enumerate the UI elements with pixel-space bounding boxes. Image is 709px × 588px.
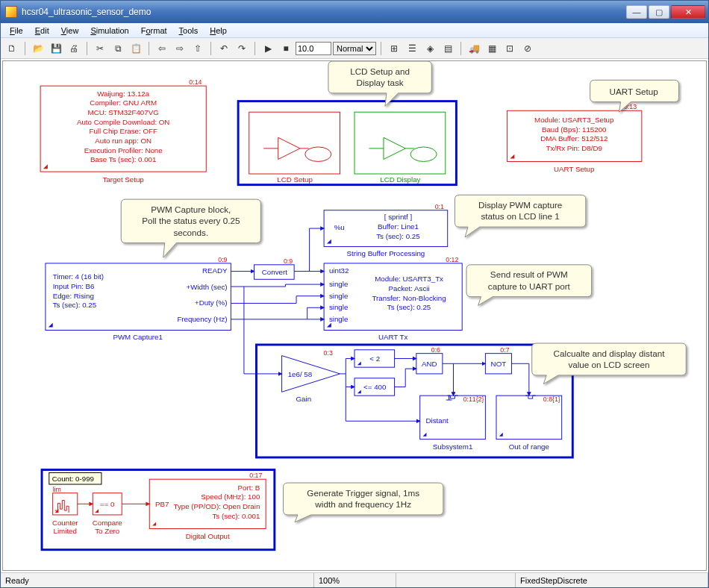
svg-text:1e6/ 58: 1e6/ 58: [288, 370, 312, 378]
svg-text:single: single: [329, 315, 348, 323]
svg-text:status on LCD line 1: status on LCD line 1: [481, 211, 560, 221]
print-icon[interactable]: 🖨: [66, 40, 82, 57]
menu-edit[interactable]: Edit: [29, 25, 55, 37]
menubar: File Edit View Simulation Format Tools H…: [1, 23, 708, 38]
svg-text:Input Pin: B6: Input Pin: B6: [53, 282, 95, 290]
redo-icon[interactable]: ↷: [234, 40, 250, 57]
svg-text:Transfer: Non-Blocking: Transfer: Non-Blocking: [372, 294, 446, 302]
block-target-setup[interactable]: 0:14 Waijung: 13.12a Compiler: GNU ARM M…: [40, 78, 206, 184]
block-not[interactable]: 0:7 NOT: [485, 346, 511, 374]
copy-icon[interactable]: ⧉: [110, 40, 126, 57]
block-uart-setup[interactable]: 0:13 Module: USART3_Setup Baud (Bps): 11…: [507, 103, 642, 173]
svg-text:Waijung: 13.12a: Waijung: 13.12a: [97, 90, 150, 98]
svg-text:PWM Capture1: PWM Capture1: [113, 333, 163, 341]
block-convert[interactable]: 0:9 Convert: [254, 257, 295, 279]
block-compare-lte400[interactable]: <= 400: [354, 378, 395, 395]
svg-text:< 2: < 2: [369, 354, 380, 363]
svg-text:Baud (Bps): 115200: Baud (Bps): 115200: [542, 125, 607, 134]
menu-view[interactable]: View: [55, 25, 85, 37]
menu-file[interactable]: File: [4, 25, 29, 37]
svg-text:Convert: Convert: [262, 268, 287, 276]
tb-icon-1[interactable]: ⊞: [386, 40, 402, 57]
svg-text:Counter: Counter: [52, 519, 78, 527]
status-zoom: 100%: [314, 573, 396, 587]
minimize-button[interactable]: —: [626, 5, 647, 19]
menu-tools[interactable]: Tools: [173, 25, 204, 37]
block-out-of-range[interactable]: 0:8{1} Out of range: [496, 395, 562, 451]
block-lcd-setup[interactable]: LCD Setup: [249, 112, 340, 184]
save-icon[interactable]: 💾: [48, 40, 64, 57]
tb-icon-7[interactable]: ⊡: [502, 40, 518, 57]
block-digital-output[interactable]: 0:17 PB7 Port: B Speed (MHz): 100 Type (…: [149, 472, 266, 540]
svg-text:<= 400: <= 400: [363, 383, 387, 391]
tb-icon-5[interactable]: 🚚: [466, 40, 482, 57]
svg-text:Auto run app: ON: Auto run app: ON: [95, 137, 152, 145]
svg-text:Module: USART3_Tx: Module: USART3_Tx: [375, 275, 443, 283]
svg-text:Poll the status every 0.25: Poll the status every 0.25: [142, 216, 240, 225]
play-icon[interactable]: ▶: [260, 40, 276, 57]
stop-icon[interactable]: ■: [278, 40, 294, 57]
svg-text:PB7: PB7: [155, 500, 169, 508]
block-compare-to-zero[interactable]: == 0 Compare To Zero: [93, 493, 122, 536]
close-button[interactable]: ✕: [671, 5, 705, 19]
tb-icon-4[interactable]: ▤: [440, 40, 456, 57]
sim-time-input[interactable]: [296, 42, 331, 55]
svg-text:width and frequency 1Hz: width and frequency 1Hz: [314, 499, 411, 509]
callout-pwm-capture: PWM Capture block, Poll the status every…: [121, 199, 260, 257]
block-counter-limited[interactable]: lim Counter Limited: [52, 486, 78, 536]
svg-text:Execution Profiler: None: Execution Profiler: None: [84, 146, 163, 154]
toolbar: 🗋 📂 💾 🖨 ✂ ⧉ 📋 ⇦ ⇨ ⇧ ↶ ↷ ▶ ■ Normal ⊞ ☰ ◈…: [1, 38, 708, 59]
block-subsystem1[interactable]: 0:11{2} Distant Subsystem1: [420, 395, 486, 451]
maximize-button[interactable]: ▢: [649, 5, 669, 19]
paste-icon[interactable]: 📋: [128, 40, 144, 57]
open-icon[interactable]: 📂: [30, 40, 46, 57]
undo-icon[interactable]: ↶: [216, 40, 232, 57]
svg-text:0:1: 0:1: [435, 203, 444, 210]
svg-rect-15: [354, 112, 446, 174]
block-and[interactable]: 0:6 AND: [416, 346, 443, 374]
svg-text:Port: B: Port: B: [238, 484, 260, 492]
titlebar[interactable]: hcsr04_ultrasonic_sensor_demo — ▢ ✕: [1, 1, 708, 23]
up-icon[interactable]: ⇧: [190, 40, 206, 57]
cut-icon[interactable]: ✂: [92, 40, 108, 57]
block-sprintf[interactable]: 0:1 %u [ sprintf ] Buffer: Line1 Ts (sec…: [324, 203, 448, 257]
svg-text:AND: AND: [422, 360, 437, 368]
svg-text:Ts (sec): 0.25: Ts (sec): 0.25: [387, 303, 431, 311]
callout-calc: Calcualte and display distant value on L…: [532, 343, 687, 384]
tb-icon-8[interactable]: ⊘: [519, 40, 536, 57]
fwd-icon[interactable]: ⇨: [172, 40, 188, 57]
svg-text:0:11{2}: 0:11{2}: [463, 395, 484, 403]
sim-mode-select[interactable]: Normal: [333, 42, 376, 55]
block-compare-lt2[interactable]: < 2: [354, 350, 395, 367]
block-gain[interactable]: 0:3 1e6/ 58 Gain: [282, 349, 340, 403]
callout-pwm-status: Display PWM capture status on LCD line 1: [455, 195, 585, 237]
tb-icon-6[interactable]: ▦: [484, 40, 500, 57]
block-uart-tx[interactable]: 0:12 uint32 single single single single …: [324, 256, 462, 341]
menu-simulation[interactable]: Simulation: [84, 25, 134, 37]
new-icon[interactable]: 🗋: [4, 40, 20, 57]
svg-text:seconds.: seconds.: [173, 228, 208, 237]
menu-help[interactable]: Help: [204, 25, 233, 37]
tb-icon-3[interactable]: ◈: [422, 40, 438, 57]
block-lcd-display[interactable]: LCD Display: [354, 112, 446, 184]
svg-text:single: single: [329, 280, 348, 288]
svg-text:Type (PP/OD): Open Drain: Type (PP/OD): Open Drain: [174, 502, 260, 510]
svg-text:0:6: 0:6: [431, 346, 440, 354]
menu-format[interactable]: Format: [135, 25, 173, 37]
svg-text:MCU: STM32F407VG: MCU: STM32F407VG: [88, 108, 159, 116]
svg-text:0:14: 0:14: [189, 78, 202, 86]
canvas[interactable]: 0:14 Waijung: 13.12a Compiler: GNU ARM M…: [2, 60, 707, 571]
svg-text:Display PWM capture: Display PWM capture: [478, 200, 562, 210]
svg-text:Gain: Gain: [296, 395, 312, 403]
back-icon[interactable]: ⇦: [154, 40, 170, 57]
svg-text:0:8{1}: 0:8{1}: [543, 395, 560, 403]
status-solver: FixedStepDiscrete: [516, 573, 708, 587]
svg-text:== 0: == 0: [100, 500, 115, 508]
status-ready: Ready: [1, 573, 314, 587]
status-spacer: [396, 573, 516, 587]
block-pwm-capture[interactable]: 0:9 Timer: 4 (16 bit) Input Pin: B6 Edge…: [46, 256, 231, 341]
svg-text:Ts (sec): 0.25: Ts (sec): 0.25: [376, 232, 419, 240]
svg-text:+Duty (%): +Duty (%): [195, 298, 228, 307]
statusbar: Ready 100% FixedStepDiscrete: [1, 572, 708, 587]
tb-icon-2[interactable]: ☰: [404, 40, 420, 57]
